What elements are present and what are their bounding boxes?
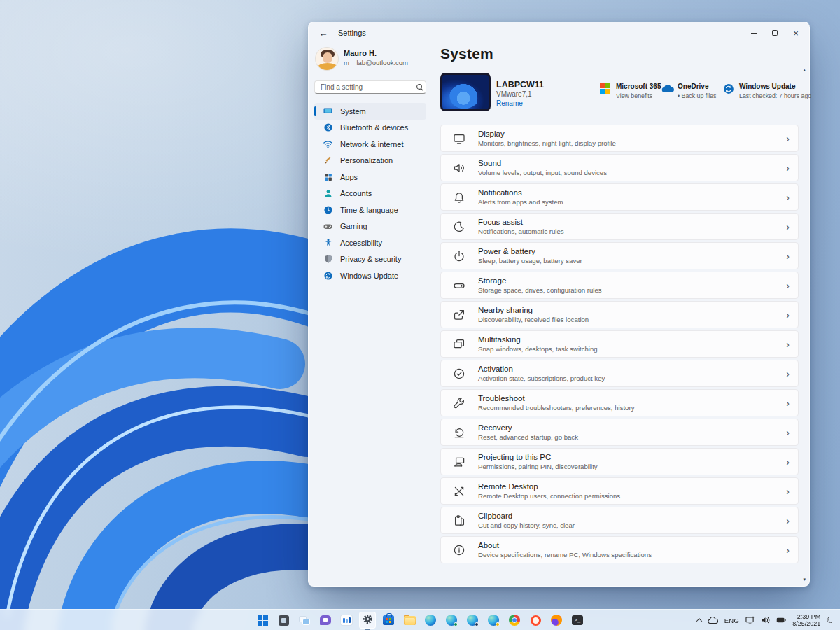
chat-button[interactable] [317,612,334,629]
privacy-icon [323,254,333,265]
status-subtitle[interactable]: • Back up files [678,92,716,99]
back-button[interactable]: ← [313,25,334,41]
apps-icon [323,172,333,182]
settings-item-remote-desktop[interactable]: Remote DesktopRemote Desktop users, conn… [440,477,799,505]
microsoft-365-icon [600,83,612,95]
onedrive-icon [662,83,673,95]
sidebar-item-network-internet[interactable]: Network & internet [314,136,426,153]
settings-item-storage[interactable]: StorageStorage space, drives, configurat… [440,272,799,299]
task-view-button[interactable] [296,612,313,629]
sidebar-item-time-language[interactable]: Time & language [314,202,426,218]
edge-beta-button[interactable] [443,612,460,629]
volume-icon[interactable] [761,616,770,624]
rename-link[interactable]: Rename [496,99,523,107]
settings-item-multitasking[interactable]: MultitaskingSnap windows, desktops, task… [440,330,799,358]
edge-beta-icon [446,615,457,626]
taskbar-search-button[interactable] [275,612,292,629]
search-icon [416,83,424,92]
status-onedrive[interactable]: OneDrive • Back up files [662,83,716,99]
sidebar-item-accounts[interactable]: Accounts [314,186,426,202]
minimize-button[interactable] [743,22,764,43]
display-tray-icon[interactable] [746,616,755,624]
avatar[interactable] [315,47,339,71]
system-icon [323,106,333,116]
edge-dev-button[interactable] [464,612,481,629]
settings-item-clipboard[interactable]: ClipboardCut and copy history, sync, cle… [440,507,799,534]
chevron-right-icon: › [786,368,790,379]
sidebar-item-personalization[interactable]: Personalization [314,153,426,169]
sidebar-item-bluetooth-devices[interactable]: Bluetooth & devices [314,120,426,136]
edge-canary-icon [488,615,499,626]
settings-item-power-battery[interactable]: Power & batterySleep, battery usage, bat… [440,242,799,270]
widgets-icon [341,615,352,625]
status-subtitle[interactable]: View benefits [616,92,661,99]
user-email: m__lab@outlook.com [344,59,408,66]
start-button[interactable] [254,612,271,629]
settings-item-recovery[interactable]: RecoveryReset, advanced startup, go back… [440,419,799,446]
battery-icon[interactable] [776,617,786,624]
sidebar-item-privacy-security[interactable]: Privacy & security [314,251,426,268]
chevron-right-icon: › [786,486,790,497]
windows-update-icon [323,270,333,281]
personalization-icon [323,155,333,166]
sidebar-nav: System Bluetooth & devices Network & int… [314,103,426,284]
maximize-button[interactable] [764,22,785,43]
sidebar-item-gaming[interactable]: Gaming [314,218,426,235]
windows-update-icon [723,83,735,95]
settings-item-sound[interactable]: SoundVolume levels, output, input, sound… [440,154,799,181]
focus-assist-moon-icon[interactable]: ☾ [825,614,836,626]
store-button[interactable] [380,612,397,629]
tray-overflow-chevron-icon[interactable] [696,618,701,624]
sidebar-item-accessibility[interactable]: Accessibility [314,234,426,251]
edge-canary-button[interactable] [485,612,502,629]
edge-button[interactable] [422,612,439,629]
sidebar-item-windows-update[interactable]: Windows Update [314,267,426,284]
chevron-right-icon: › [786,192,790,203]
system-tray: ENG 2:39 PM 8/25/2021 ☾ [697,610,834,630]
settings-item-focus-assist[interactable]: Focus assistNotifications, automatic rul… [440,213,799,240]
settings-item-projecting[interactable]: Projecting to this PCPermissions, pairin… [440,448,799,475]
chevron-right-icon: › [786,515,790,526]
titlebar[interactable]: ← Settings × [309,22,809,43]
settings-item-nearby-sharing[interactable]: Nearby sharingDiscoverability, received … [440,301,799,328]
clock[interactable]: 2:39 PM 8/25/2021 [792,613,820,628]
sidebar-item-apps[interactable]: Apps [314,169,426,186]
settings-item-notifications[interactable]: NotificationsAlerts from apps and system… [440,183,799,211]
settings-app-button[interactable] [359,612,376,629]
search-input[interactable] [315,83,416,91]
chrome-button[interactable] [506,612,523,629]
settings-item-about[interactable]: AboutDevice specifications, rename PC, W… [440,536,799,564]
scroll-up-arrow[interactable]: ▴ [803,67,806,73]
onedrive-tray-icon[interactable] [708,617,718,624]
sidebar-item-system[interactable]: System [314,103,426,120]
activation-icon [452,367,466,381]
file-explorer-button[interactable] [401,612,418,629]
minimize-icon [751,33,757,34]
maximize-icon [772,30,778,36]
close-button[interactable]: × [785,22,806,43]
sidebar-item-label: System [340,107,366,115]
opera-button[interactable] [527,612,544,629]
projecting-icon [452,455,466,469]
network-icon [323,139,333,149]
time-language-icon [323,204,333,215]
firefox-button[interactable] [548,612,565,629]
main-content: System LABPCW11 VMware7,1 Rename Microso… [440,43,802,62]
language-indicator[interactable]: ENG [724,617,740,624]
chevron-right-icon: › [786,398,790,409]
terminal-button[interactable]: >_ [569,612,586,629]
sidebar-item-label: Apps [340,173,358,181]
settings-item-display[interactable]: DisplayMonitors, brightness, night light… [440,125,799,152]
settings-item-troubleshoot[interactable]: TroubleshootRecommended troubleshooters,… [440,389,799,416]
status-windows-update[interactable]: Windows Update Last checked: 7 hours ago [723,83,811,99]
sidebar-item-label: Privacy & security [340,255,401,263]
widgets-button[interactable] [338,612,355,629]
status-microsoft-365[interactable]: Microsoft 365 View benefits [600,83,661,99]
taskbar: >_ ENG 2:39 PM 8/25/2021 ☾ [0,609,840,630]
search-box[interactable] [314,80,426,94]
scroll-down-arrow[interactable]: ▾ [803,577,806,582]
chevron-right-icon: › [786,280,790,291]
start-icon [258,615,268,626]
settings-item-activation[interactable]: ActivationActivation state, subscription… [440,360,799,387]
chevron-right-icon: › [786,133,790,144]
